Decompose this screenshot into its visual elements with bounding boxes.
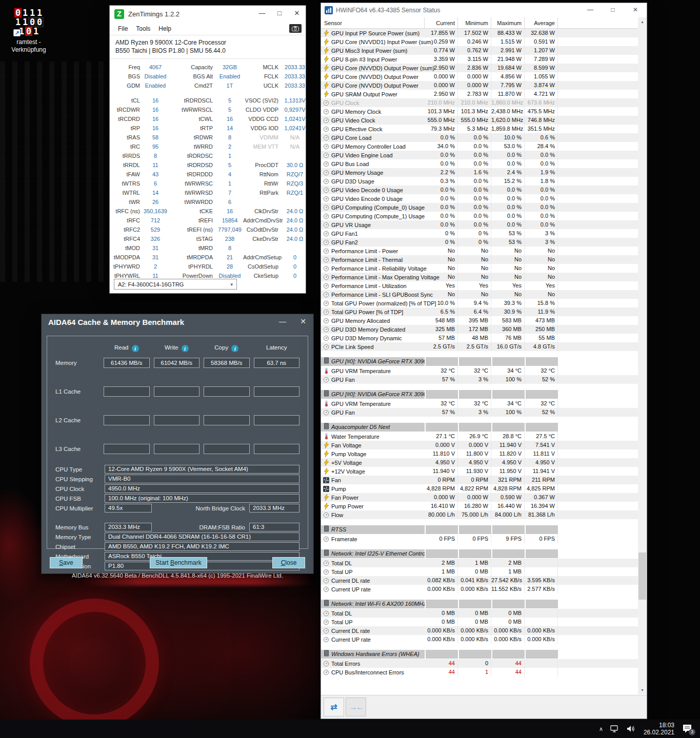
sensor-row[interactable]: GPU Memory Clock101.3 MHz101.3 MHz2,438.… (321, 107, 639, 116)
sensor-row[interactable]: Pump Power16.410 W16.280 W16.440 W16.394… (321, 502, 639, 510)
sensor-row[interactable]: Current DL rate0.082 KB/s0.041 KB/s27.54… (321, 576, 639, 585)
sensor-row[interactable]: +5V Voltage4.950 V4.950 V4.950 V4.950 V (321, 458, 639, 467)
sensor-row[interactable]: Performance Limit - Reliability VoltageN… (321, 264, 639, 273)
sensor-row[interactable]: Fan Voltage0.000 V0.000 V11.940 V7.541 V (321, 441, 639, 449)
sensor-row[interactable]: Current UP rate0.000 KB/s0.000 KB/s0.000… (321, 635, 639, 644)
taskbar-volume-button[interactable] (627, 725, 636, 733)
dimm-select-dropdown[interactable]: A2: F4-3600C14-16GTRG ▾ (114, 279, 237, 290)
minimize-button[interactable]: — (253, 6, 271, 22)
sensor-row[interactable]: Total Errors44044 (321, 659, 639, 668)
minimize-button[interactable]: — (579, 3, 602, 17)
sensor-row[interactable]: GPU Core Load0.0 %0.0 %10.0 %0.6 % (321, 133, 639, 142)
sensor-row[interactable]: GPU D3D Memory Dedicated325 MB172 MB360 … (321, 325, 639, 334)
taskbar-network-button[interactable] (610, 725, 619, 733)
minimize-button[interactable]: — (272, 314, 293, 330)
close-button[interactable]: Close (272, 557, 305, 568)
scroll-up-icon[interactable]: ▲ (638, 17, 647, 26)
collapse-columns-button[interactable]: →← (346, 698, 366, 716)
sensor-row[interactable]: Water Temperature27.1 °C26.9 °C28.8 °C27… (321, 432, 639, 441)
sensor-row[interactable]: GPU Core (NVVDD) Output Power (sum)2.950… (321, 64, 639, 72)
sensor-section-header[interactable]: Windows Hardware Errors (WHEA) (321, 649, 639, 659)
sensor-row[interactable]: Performance Limit - Max Operating Voltag… (321, 273, 639, 281)
sensor-row[interactable]: Pump4,828 RPM4,822 RPM4,828 RPM4,825 RPM (321, 484, 639, 493)
sensor-row[interactable]: Total DL2 MB1 MB2 MB (321, 559, 639, 567)
sensor-row[interactable]: GPU VR Usage0.0 %0.0 %0.0 %0.0 % (321, 220, 639, 229)
sensor-row[interactable]: GPU Memory Allocated548 MB395 MB583 MB47… (321, 316, 639, 325)
sensor-row[interactable]: Total GPU Power (normalized) [% of TDP]1… (321, 299, 639, 308)
scroll-down-icon[interactable]: ▼ (638, 686, 647, 694)
menu-tools[interactable]: Tools (132, 25, 154, 32)
sensor-row[interactable]: GPU Fan57 %3 %100 %52 % (321, 375, 639, 384)
sensor-row[interactable]: GPU Misc3 Input Power (sum)0.774 W0.762 … (321, 46, 639, 55)
maximize-button[interactable]: □ (602, 3, 624, 17)
sensor-row[interactable]: Performance Limit - PowerNoNoNoNo (321, 247, 639, 255)
sensor-section-header[interactable]: Network: Intel Wi-Fi 6 AX200 160MHz (321, 599, 639, 609)
screenshot-camera-icon[interactable] (289, 24, 302, 33)
sensor-row[interactable]: GPU VRM Temperature32 °C32 °C34 °C32 °C (321, 366, 639, 375)
sensor-row[interactable]: Pump Voltage11.810 V11.800 V11.820 V11.8… (321, 449, 639, 458)
sensor-row[interactable]: GPU Video Encode 0 Usage0.0 %0.0 %0.0 %0… (321, 194, 639, 203)
sensor-row[interactable]: GPU VRM Temperature32 °C32 °C34 °C32 °C (321, 399, 639, 408)
sensor-row[interactable]: GPU Core (NVVDD) Output Power0.000 W0.00… (321, 81, 639, 90)
sensor-row[interactable]: Total UP1 MB0 MB1 MB (321, 567, 639, 576)
scrollbar-thumb[interactable] (638, 552, 646, 600)
info-icon[interactable]: i (132, 345, 139, 352)
sensor-section-header[interactable]: GPU [#0]: NVIDIA GeForce RTX 3090: ITE I… (321, 389, 639, 399)
zentimings-titlebar[interactable]: Z ZenTimings 1.2.2 — □ ✕ (110, 6, 306, 22)
sensor-row[interactable]: GPU Video Engine Load0.0 %0.0 %0.0 %0.0 … (321, 151, 639, 159)
menu-file[interactable]: File (114, 25, 132, 32)
sensor-section-header[interactable]: GPU [#0]: NVIDIA GeForce RTX 3090: ITE I… (321, 357, 639, 366)
sensor-row[interactable]: Flow80.000 L/h75.000 L/h84.000 L/h81.368… (321, 510, 639, 519)
sensor-row[interactable]: GPU Bus Load0.0 %0.0 %0.0 %0.0 % (321, 159, 639, 168)
close-button[interactable]: ✕ (293, 314, 313, 330)
sensor-row[interactable]: GPU Computing (Compute_1) Usage0.0 %0.0 … (321, 212, 639, 220)
sensor-row[interactable]: Fan Power0.000 W0.000 W0.590 W0.367 W (321, 493, 639, 502)
sensor-row[interactable]: Framerate0 FPS0 FPS9 FPS0 FPS (321, 535, 639, 543)
sensor-row[interactable]: GPU Computing (Compute_0) Usage0.0 %0.0 … (321, 203, 639, 212)
sensor-row[interactable]: Performance Limit - SLI GPUBoost SyncNoN… (321, 290, 639, 299)
sensor-row[interactable]: Total UP0 MB0 MB0 MB (321, 618, 639, 626)
info-icon[interactable]: i (231, 345, 238, 352)
sensor-row[interactable]: Total GPU Power [% of TDP]6.5 %6.4 %30.9… (321, 308, 639, 316)
sensor-row[interactable]: Current DL rate0.000 KB/s0.000 KB/s0.000… (321, 626, 639, 635)
sensor-row[interactable]: Total DL0 MB0 MB0 MB (321, 609, 639, 618)
sensor-row[interactable]: GPU Memory Controller Load34.0 %0.0 %53.… (321, 142, 639, 151)
start-benchmark-button[interactable]: Start Benchmark (150, 557, 207, 568)
save-button[interactable]: Save (50, 557, 83, 568)
sensor-row[interactable]: GPU D3D Memory Dynamic57 MB48 MB76 MB55 … (321, 334, 639, 342)
column-header[interactable]: Maximum (491, 17, 525, 29)
sensor-row[interactable]: CPU Bus/Interconnect Errors44144 (321, 668, 639, 676)
sensor-row[interactable]: GPU Fan10 %0 %53 %3 % (321, 229, 639, 238)
taskbar-clock[interactable]: 18:03 26.02.2021 (644, 722, 674, 736)
sensor-row[interactable]: GPU Clock210.0 MHz210.0 MHz1,860.0 MHz67… (321, 98, 639, 107)
sensor-section-header[interactable]: RTSS (321, 525, 639, 535)
column-header[interactable]: Minimum (458, 17, 491, 29)
sensor-section-header[interactable]: Aquacomputer D5 Next (321, 422, 639, 432)
scrollbar[interactable]: ▲ ▼ (638, 17, 647, 694)
sensor-row[interactable]: GPU Fan57 %3 %100 %52 % (321, 408, 639, 417)
column-header[interactable]: Current (425, 17, 458, 29)
sensor-row[interactable]: GPU Video Decode 0 Usage0.0 %0.0 %0.0 %0… (321, 186, 639, 194)
taskbar-action-center-button[interactable]: 3 (682, 724, 692, 733)
sensor-row[interactable]: GPU Core (NVVDD) Output Power0.000 W0.00… (321, 72, 639, 81)
info-icon[interactable]: i (182, 345, 189, 352)
sensor-row[interactable]: GPU Core (NVVDD1) Input Power (sum)0.259… (321, 37, 639, 46)
column-header[interactable]: Average (525, 17, 558, 29)
close-button[interactable]: ✕ (288, 6, 306, 22)
desktop-shortcut-ramtest[interactable]: 01111100101↗ ramtest - Verknüpfung (4, 8, 53, 54)
sensor-row[interactable]: Current UP rate0.000 KB/s0.000 KB/s11.55… (321, 585, 639, 593)
sensor-row[interactable]: GPU Video Clock555.0 MHz555.0 MHz1,620.0… (321, 116, 639, 125)
expand-columns-button[interactable]: ⇄ (324, 698, 344, 716)
sensor-row[interactable]: Fan0 RPM0 RPM321 RPM211 RPM (321, 476, 639, 484)
column-header-sensor[interactable]: Sensor (321, 17, 425, 29)
sensor-row[interactable]: GPU 8-pin #3 Input Power3.359 W3.115 W21… (321, 55, 639, 64)
sensor-section-header[interactable]: Network: Intel I225-V Ethernet Controlle… (321, 549, 639, 559)
sensor-row[interactable]: GPU SRAM Output Power2.950 W2.783 W11.87… (321, 90, 639, 98)
maximize-button[interactable]: □ (271, 6, 288, 22)
menu-help[interactable]: Help (154, 25, 175, 32)
sensor-row[interactable]: Performance Limit - ThermalNoNoNoNo (321, 255, 639, 264)
sensor-row[interactable]: GPU Memory Usage2.2 %1.6 %2.4 %1.9 % (321, 168, 639, 177)
sensor-row[interactable]: GPU Input PP Source Power (sum)17.855 W1… (321, 29, 639, 37)
taskbar-show-hidden-icons[interactable]: ∧ (599, 726, 603, 732)
sensor-row[interactable]: GPU D3D Usage0.3 %0.0 %15.2 %1.8 % (321, 177, 639, 186)
